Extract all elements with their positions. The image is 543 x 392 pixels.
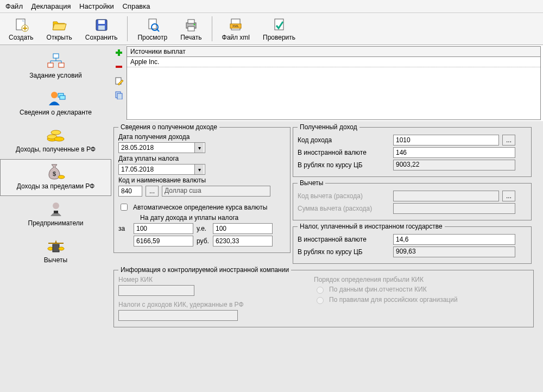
menu-help[interactable]: Справка <box>122 2 150 10</box>
svg-point-32 <box>51 130 61 135</box>
sources-list[interactable]: Источники выплат Apple Inc. <box>127 46 541 120</box>
currency-lookup-button[interactable]: ... <box>146 186 159 197</box>
conditions-icon <box>46 52 66 71</box>
deduct-code-lookup-button[interactable]: ... <box>502 191 515 201</box>
fieldset-received: Полученный доход Код дохода ... В иностр… <box>293 123 532 177</box>
svg-rect-12 <box>188 20 194 23</box>
svg-point-26 <box>51 92 58 98</box>
received-foreign-input[interactable] <box>393 147 515 158</box>
kik-taxes-display <box>118 310 238 321</box>
label-currency: Код и наименование валюты <box>118 176 206 184</box>
label-date-received: Дата получения дохода <box>118 133 190 141</box>
main-panel: Источники выплат Apple Inc. Сведения о п… <box>111 45 543 388</box>
sidebar-item-label: Сведения о декларанте <box>20 109 92 116</box>
remove-source-button[interactable] <box>113 61 124 72</box>
fieldset-tax-paid: Налог, уплаченный в иностранном государс… <box>293 223 532 264</box>
received-rub-display: 9003,22 <box>393 160 515 170</box>
save-icon <box>93 16 110 34</box>
svg-rect-21 <box>59 63 64 67</box>
rate2-input[interactable] <box>213 236 273 246</box>
check-icon <box>270 16 288 34</box>
toolbar-xml[interactable]: XML Файл xml <box>217 15 256 42</box>
fieldset-deductions: Вычеты Код вычета (расхода) ... Сумма вы… <box>293 179 532 220</box>
toolbar-open-label: Открыть <box>47 34 72 41</box>
entrepreneur-icon <box>46 200 66 218</box>
sidebar-item-label: Предприниматели <box>28 219 84 227</box>
taxpaid-foreign-input[interactable] <box>393 234 515 245</box>
sidebar-item-declarant[interactable]: Сведения о декларанте <box>0 85 111 122</box>
per-qty2-input[interactable] <box>213 223 273 234</box>
sidebar-item-entrepreneurs[interactable]: Предприниматели <box>0 196 111 233</box>
label-rate-title: На дату дохода и уплаты налога <box>140 214 238 222</box>
svg-point-35 <box>53 203 59 209</box>
svg-rect-7 <box>98 26 105 30</box>
toolbar-preview[interactable]: Просмотр <box>132 15 173 42</box>
svg-rect-19 <box>53 54 59 58</box>
per-qty1-input[interactable] <box>134 223 193 234</box>
label-taxpaid-foreign: В иностранной валюте <box>298 236 390 243</box>
kik-opt2-radio <box>317 297 324 304</box>
toolbar-check[interactable]: Проверить <box>257 15 301 42</box>
sidebar-item-conditions[interactable]: Задание условий <box>0 48 111 85</box>
svg-rect-6 <box>98 20 105 24</box>
income-code-input[interactable] <box>393 135 499 146</box>
auto-rate-checkbox[interactable] <box>121 204 128 211</box>
menu-declaration[interactable]: Декларация <box>31 2 71 10</box>
legend-kik: Информация о контролируемой иностранной … <box>118 266 291 274</box>
toolbar-open[interactable]: Открыть <box>41 15 78 42</box>
taxpaid-rub-display: 909,63 <box>393 246 515 257</box>
menu-file[interactable]: Файл <box>5 2 23 10</box>
svg-point-40 <box>59 247 64 250</box>
label-kik-number: Номер КИК <box>118 276 153 283</box>
edit-source-button[interactable] <box>113 75 124 86</box>
legend-income-info: Сведения о полученном доходе <box>118 123 219 131</box>
source-row[interactable]: Apple Inc. <box>127 57 540 67</box>
sidebar-item-label: Доходы, полученные в РФ <box>16 146 96 153</box>
toolbar-save-label: Сохранить <box>85 34 118 41</box>
toolbar-save[interactable]: Сохранить <box>80 15 123 42</box>
copy-source-button[interactable] <box>113 90 124 100</box>
folder-open-icon <box>50 16 68 34</box>
label-auto-rate: Автоматическое определение курса валюты <box>133 204 267 211</box>
sidebar-item-income-abroad[interactable]: $ Доходы за пределами РФ <box>0 159 111 196</box>
deduct-sum-display <box>393 203 515 214</box>
sidebar-item-deductions[interactable]: Вычеты <box>0 233 111 270</box>
fieldset-kik: Информация о контролируемой иностранной … <box>113 266 534 327</box>
date-received-combo[interactable]: 28.05.2018 <box>118 142 205 153</box>
toolbar-check-label: Проверить <box>263 34 295 41</box>
label-rub: руб. <box>197 237 210 245</box>
menu-bar: Файл Декларация Настройки Справка <box>0 0 543 13</box>
sidebar-item-label: Доходы за пределами РФ <box>17 182 94 190</box>
sidebar-item-label: Вычеты <box>44 256 67 264</box>
currency-name-display: Доллар сша <box>162 186 270 197</box>
label-deduct-code: Код вычета (расхода) <box>298 192 390 200</box>
toolbar-print[interactable]: Печать <box>175 15 207 42</box>
coins-icon <box>46 126 66 144</box>
income-code-lookup-button[interactable]: ... <box>502 135 515 146</box>
label-received-foreign: В иностранной валюте <box>298 149 390 156</box>
label-kik-opt1: По данным фин.отчетности КИК <box>329 286 427 293</box>
sidebar-item-label: Задание условий <box>29 72 81 79</box>
fieldset-income-info: Сведения о полученном доходе Дата получе… <box>113 123 291 253</box>
toolbar-xml-label: Файл xml <box>222 34 250 41</box>
date-tax-combo[interactable]: 17.05.2018 <box>118 164 205 175</box>
svg-rect-20 <box>48 63 53 67</box>
label-income-code: Код дохода <box>298 136 390 144</box>
svg-point-14 <box>193 24 195 26</box>
currency-code-input[interactable] <box>118 186 142 197</box>
preview-icon <box>144 16 161 34</box>
label-received-rub: В рублях по курсу ЦБ <box>298 161 390 169</box>
toolbar-create[interactable]: Создать <box>3 15 39 42</box>
sidebar-item-income-rf[interactable]: Доходы, полученные в РФ <box>0 122 111 159</box>
svg-rect-36 <box>54 211 58 213</box>
deductions-icon <box>46 237 66 255</box>
legend-tax-paid: Налог, уплаченный в иностранном государс… <box>298 223 445 230</box>
menu-settings[interactable]: Настройки <box>79 2 114 10</box>
label-za: за <box>118 225 130 232</box>
svg-point-31 <box>54 137 64 141</box>
add-source-button[interactable] <box>113 47 124 58</box>
svg-line-10 <box>157 29 159 31</box>
svg-rect-39 <box>53 244 59 252</box>
rate1-input[interactable] <box>134 236 193 246</box>
toolbar: Создать Открыть Сохранить Просмотр Печат… <box>0 13 543 45</box>
